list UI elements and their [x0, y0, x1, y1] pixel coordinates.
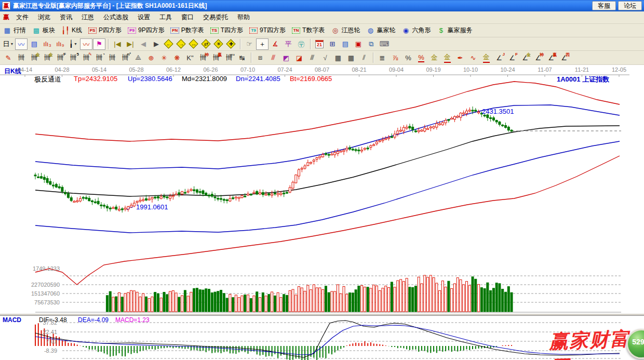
- angle-ying-icon[interactable]: ∠赢: [545, 52, 557, 63]
- dollar-service-button[interactable]: $赢家服务: [436, 26, 476, 35]
- pane-splitter[interactable]: [0, 313, 644, 316]
- angle-f-icon[interactable]: ∠F: [506, 52, 518, 63]
- gann-pen-icon[interactable]: ✎: [2, 52, 15, 63]
- notes-icon[interactable]: ▤: [339, 38, 352, 50]
- angle-mirror-icon[interactable]: ⟁: [132, 52, 144, 63]
- thin-candle-dropdown[interactable]: ╽▼: [67, 38, 79, 50]
- kline-candle-button[interactable]: ╽╿K线: [60, 26, 86, 35]
- red-wave-icon[interactable]: ∿: [467, 52, 479, 63]
- red-fan-box-icon[interactable]: ◪: [293, 52, 305, 63]
- t-number-table-button[interactable]: TNT数字表: [291, 26, 329, 35]
- shift-left-diamond[interactable]: ←: [163, 38, 175, 50]
- compress-h-diamond[interactable]: ⇄: [200, 38, 212, 50]
- printer-pc-icon[interactable]: ⌨: [378, 38, 391, 50]
- ruler-pen-icon[interactable]: 卌✎: [80, 52, 92, 63]
- ruler-n2-icon[interactable]: 卌n²: [119, 52, 131, 63]
- price-scale-icon[interactable]: ≣: [376, 52, 388, 63]
- parallel-lines-icon[interactable]: ⫽: [358, 52, 370, 63]
- t-square-button[interactable]: TST四方形: [209, 26, 247, 35]
- forum-button[interactable]: 论坛: [618, 1, 642, 10]
- angle-si-icon[interactable]: ∠四: [558, 52, 570, 63]
- ruler-gold1-icon[interactable]: 卌金: [28, 52, 41, 63]
- menu-item-8[interactable]: 交易委托: [198, 11, 233, 23]
- flag-chart-icon[interactable]: ⚑: [93, 38, 105, 50]
- red-target-icon[interactable]: ⊕: [145, 52, 157, 63]
- quotes-grid-button[interactable]: ▦行情: [2, 26, 30, 35]
- p-square-button[interactable]: PSP四方形: [87, 26, 126, 35]
- menu-item-4[interactable]: 公式选股: [99, 11, 133, 23]
- menu-item-3[interactable]: 江恩: [77, 11, 99, 23]
- hand-tool-icon[interactable]: ☞: [243, 38, 256, 50]
- menu-item-5[interactable]: 设置: [133, 11, 155, 23]
- calculator-icon[interactable]: ⊞: [326, 38, 339, 50]
- next-page-icon[interactable]: ▶: [150, 38, 163, 50]
- 9p-square-button[interactable]: P99P四方形: [127, 26, 169, 35]
- gold-circle-icon[interactable]: 金: [428, 52, 440, 63]
- shift-right-diamond[interactable]: →: [176, 38, 187, 50]
- ruler-span-icon[interactable]: ↹: [236, 52, 248, 63]
- grid-box1-icon[interactable]: ▦: [332, 52, 344, 63]
- gold-red-underline-icon[interactable]: 金: [480, 52, 492, 63]
- ruler-spiral-icon[interactable]: 卌5: [67, 52, 79, 63]
- network-pc-icon[interactable]: ⧉: [365, 38, 378, 50]
- compress-v-diamond[interactable]: ✳: [213, 38, 224, 50]
- ruler-clock-icon[interactable]: 卌◔: [93, 52, 105, 63]
- expand-h-diamond[interactable]: ↔: [188, 38, 199, 50]
- angle-measure-icon[interactable]: ∡: [269, 38, 281, 50]
- winner-wheel-button[interactable]: ◍赢家轮: [365, 26, 399, 35]
- info-panel-icon[interactable]: ▤: [28, 38, 41, 50]
- menu-item-1[interactable]: 浏览: [33, 11, 55, 23]
- red-starburst-icon[interactable]: ✳: [158, 52, 170, 63]
- ruler-shen-icon[interactable]: 卌神: [197, 52, 209, 63]
- percent-underline-icon[interactable]: %: [415, 52, 427, 63]
- winner-wheel-icon: ◍: [365, 26, 375, 35]
- purple-fan-box-icon[interactable]: ◩: [280, 52, 292, 63]
- calendar-icon[interactable]: 21: [313, 38, 326, 50]
- purple-gann-tool-icon[interactable]: 平: [282, 38, 294, 50]
- crosshair-tool-icon[interactable]: ＋: [256, 38, 269, 50]
- angle-shen-icon[interactable]: ∠神: [532, 52, 544, 63]
- expand-all-diamond[interactable]: ✚: [225, 38, 237, 50]
- k-quote-icon[interactable]: K": [184, 52, 196, 63]
- red-fan-icon[interactable]: ⫻: [267, 52, 279, 63]
- date-tick-label: 09-04: [389, 66, 404, 73]
- ruler-f-icon[interactable]: 卌F: [54, 52, 66, 63]
- save-view-icon[interactable]: ▣: [352, 38, 365, 50]
- merge-3-bars-icon[interactable]: ılı₃: [41, 38, 53, 50]
- 9t-square-button[interactable]: T99T四方形: [248, 26, 290, 35]
- red-web-icon[interactable]: ❋: [171, 52, 183, 63]
- candle-style-dropdown[interactable]: 日▼: [2, 38, 15, 50]
- ruler-ying-icon[interactable]: 卌赢: [210, 52, 222, 63]
- first-page-icon[interactable]: |◀: [111, 38, 124, 50]
- hexagon-button[interactable]: ◉六角形: [400, 26, 435, 35]
- p-number-table-button[interactable]: PNP数字表: [170, 26, 208, 35]
- menu-item-2[interactable]: 资讯: [55, 11, 77, 23]
- percent7-icon[interactable]: ⅞: [389, 52, 401, 63]
- angle-gold-icon[interactable]: ∠金: [519, 52, 531, 63]
- ruler-123-icon[interactable]: 卌₁₂₃: [223, 52, 235, 63]
- check-lines-icon[interactable]: √: [319, 52, 331, 63]
- ruler-dense-icon[interactable]: 卌: [106, 52, 118, 63]
- gold-underline-icon[interactable]: 金: [441, 52, 453, 63]
- black-fan-icon[interactable]: ⫻: [306, 52, 318, 63]
- box-tool-icon[interactable]: ⧈: [254, 52, 266, 63]
- prev-page-icon[interactable]: ◀: [137, 38, 150, 50]
- red-zigzag-icon[interactable]: 〰: [80, 38, 92, 50]
- zigzag-trend-icon[interactable]: 〰: [15, 38, 28, 50]
- pen-dollar-icon[interactable]: ✒: [454, 52, 466, 63]
- menu-item-0[interactable]: 文件: [11, 11, 33, 23]
- menu-item-6[interactable]: 工具: [155, 11, 177, 23]
- percent-icon[interactable]: %: [402, 52, 414, 63]
- sector-blocks-button[interactable]: ▩板块: [31, 26, 59, 35]
- last-page-icon[interactable]: ▶|: [124, 38, 137, 50]
- menu-item-7[interactable]: 窗口: [177, 11, 198, 23]
- ruler-gold2-icon[interactable]: 卌金: [41, 52, 53, 63]
- customer-service-button[interactable]: 客服: [592, 1, 616, 10]
- angle-j-icon[interactable]: ∠J: [493, 52, 505, 63]
- ruler-plain-icon[interactable]: 卌: [15, 52, 28, 63]
- grid-box2-icon[interactable]: ▦: [345, 52, 357, 63]
- menu-item-9[interactable]: 帮助: [233, 11, 254, 23]
- gann-wheel-button[interactable]: ◎江恩轮: [330, 26, 364, 35]
- dragon-tool-icon[interactable]: 〶: [295, 38, 307, 50]
- merge-9-bars-icon[interactable]: ılı₉: [54, 38, 66, 50]
